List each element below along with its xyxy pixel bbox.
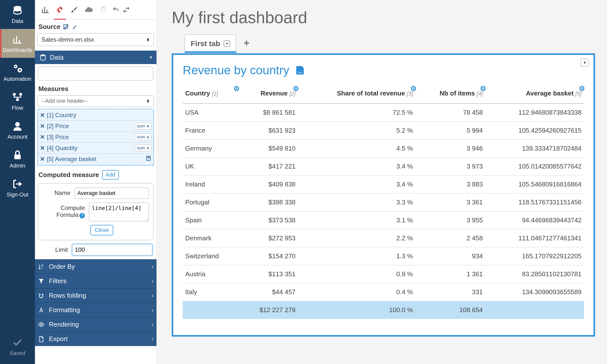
remove-icon[interactable]: ✕ [40,123,45,130]
table-cell: 0.4 % [298,283,415,301]
toolbar-chart-icon[interactable] [39,4,51,16]
col-items[interactable]: Nb of items [4]⚙ [416,86,485,103]
nav-signout-label: Sign-Out [0,191,35,198]
accordion-orderby[interactable]: Order By› [35,259,157,274]
svg-point-18 [147,159,148,159]
table-row[interactable]: Austria$113 3510.9 %1 36183.285011021307… [183,265,584,283]
aggregation-select[interactable]: sum▲▼ [135,145,152,151]
table-cell: 3.3 % [298,193,415,211]
measure-row[interactable]: ✕ [4] Quantity sum▲▼ [38,143,153,154]
accordion-rendering[interactable]: Rendering› [35,317,157,332]
table-row[interactable]: Spain$373 5383.1 %3 95594.44696839443742 [183,211,584,229]
svg-point-15 [41,54,45,56]
col-country[interactable]: Country [1]⚙ [183,86,239,103]
nav-signout[interactable]: Sign-Out [0,174,35,202]
nav-dashboards[interactable]: Dashboards [0,29,35,58]
tab-first[interactable]: First tab ▼ [185,34,236,51]
nav-flow[interactable]: Flow [0,87,35,116]
table-cell: 105.42594260927615 [485,122,584,140]
svg-rect-17 [147,157,150,158]
config-panel: Source Sales-demo-en.xlsx ▲▼ Data ▾ Meas… [35,0,157,364]
svg-point-19 [148,159,149,159]
accordion-formatting[interactable]: Formatting› [35,303,157,317]
col-revenue[interactable]: Revenue [2]⚙ [239,86,298,103]
gear-icon[interactable]: ⚙ [579,85,585,93]
aggregation-select[interactable]: sum▲▼ [135,134,152,140]
table-cell: 4.5 % [298,140,415,158]
table-cell: 3 973 [416,158,485,176]
add-tab-button[interactable]: + [241,37,252,49]
computed-measure-label: Computed measure [38,171,99,179]
toolbar-clipboard-icon[interactable] [97,4,109,16]
widget-menu-button[interactable]: ▼ [581,58,589,67]
measure-row[interactable]: ✕ [2] Price sum▲▼ [38,121,153,132]
toolbar-cloud-icon[interactable] [83,4,95,16]
data-section-header[interactable]: Data ▾ [35,51,156,64]
magnet-icon [38,292,44,299]
nav-admin[interactable]: Admin [0,145,35,174]
chevron-right-icon: › [152,278,153,284]
table-row[interactable]: Ireland$409 8383.4 %3 883105.54680916816… [183,176,584,193]
table-cell [183,301,239,319]
table-cell: 118.51767331151456 [485,193,584,211]
measure-label: [5] Average basket [47,156,96,163]
nav-automation-label: Automation [0,76,35,82]
table-cell: 2.2 % [298,229,415,247]
table-row[interactable]: Switzerland$154 2701.3 %934165.170792291… [183,247,584,265]
nav-account[interactable]: Account [0,116,35,145]
table-row[interactable]: Italy$44 4570.4 %331134.3099093655589 [183,283,584,301]
add-header-select[interactable]: --Add one header-- ▲▼ [37,95,154,107]
data-search-input[interactable] [38,67,153,81]
table-row[interactable]: USA$8 861 58172.5 %78 458112.94680873843… [183,103,584,122]
font-icon [38,307,44,313]
accordion-export[interactable]: Export› [35,332,157,346]
measure-row[interactable]: ✕ [3] Price sum▲▼ [38,132,153,143]
toolbar-swap-icon[interactable] [122,4,130,16]
measure-row[interactable]: ✕ [5] Average basket [38,154,153,165]
col-share[interactable]: Share of total revenue [3]⚙ [298,86,415,103]
add-button[interactable]: Add [102,170,119,180]
table-row[interactable]: Denmark$272 9532.2 %2 458111.04671277461… [183,229,584,247]
lock-icon [12,150,23,161]
close-button[interactable]: Close [90,225,113,235]
database-icon [12,5,23,16]
measure-label: [3] Price [47,134,69,141]
calculator-icon[interactable] [146,155,152,163]
tab-dropdown-icon[interactable]: ▼ [224,40,230,47]
table-cell: 1.3 % [298,247,415,265]
aggregation-select[interactable]: sum▲▼ [135,123,152,129]
table-row[interactable]: UK$417 2213.4 %3 973105.01420085577642 [183,158,584,176]
table-row[interactable]: Germany$549 8104.5 %3 946139.33347187024… [183,140,584,158]
toolbar-brush-icon[interactable] [68,4,80,16]
col-avg-basket[interactable]: Average basket [5]⚙ [485,86,584,103]
remove-icon[interactable]: ✕ [40,112,45,119]
accordion-filters[interactable]: Filters› [35,274,157,288]
measure-row[interactable]: ✕ [1] Country [38,110,153,121]
name-input[interactable] [74,187,149,199]
toolbar-undo-icon[interactable] [112,4,120,16]
name-label: Name [42,187,70,196]
bar-chart-icon [12,34,23,45]
pencil-icon[interactable] [72,24,78,30]
edit-icon[interactable] [63,24,69,30]
remove-icon[interactable]: ✕ [40,145,45,152]
measure-label: [2] Price [47,123,69,130]
nav-automation[interactable]: Automation [0,58,35,87]
table-row[interactable]: Portugal$398 3383.3 %3 361118.5176733115… [183,193,584,211]
nav-account-label: Account [0,134,35,140]
accordion-label: Rows folding [49,292,86,299]
table-cell: Austria [183,265,239,283]
limit-input[interactable] [72,244,152,256]
nav-data[interactable]: Data [0,0,35,29]
remove-icon[interactable]: ✕ [40,134,45,141]
accordion-rowsfolding[interactable]: Rows folding› [35,288,157,303]
remove-icon[interactable]: ✕ [40,156,45,163]
csv-export-icon[interactable]: csv [296,66,304,75]
user-icon [12,121,23,132]
help-icon[interactable]: ? [79,213,85,218]
source-select[interactable]: Sales-demo-en.xlsx ▲▼ [37,33,154,46]
toolbar-settings-icon[interactable] [54,4,66,16]
formula-input[interactable] [89,202,149,221]
table-row[interactable]: France$631 9235.2 %5 994105.425942609276… [183,122,584,140]
source-select-value: Sales-demo-en.xlsx [41,36,94,43]
